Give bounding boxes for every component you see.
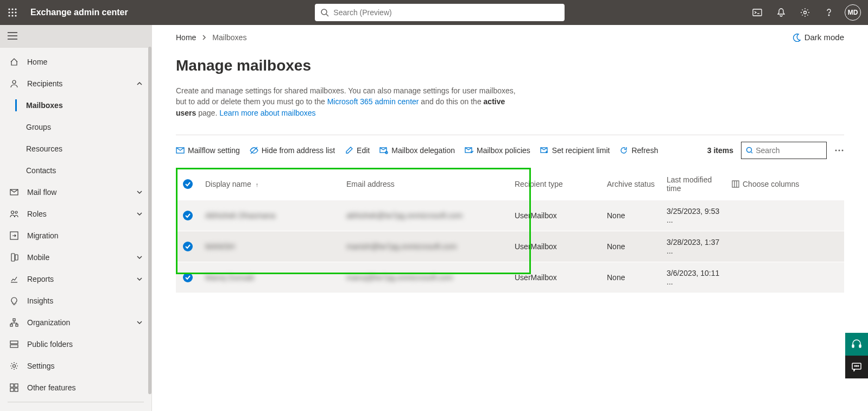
table-row[interactable]: Abhishek Dhasmana abhishek@tw7pg.onmicro… bbox=[176, 200, 844, 231]
sidebar-scrollbar[interactable] bbox=[148, 25, 151, 411]
cmd-more-button[interactable] bbox=[834, 146, 844, 155]
breadcrumb-current: Mailboxes bbox=[212, 33, 246, 42]
notifications-button[interactable] bbox=[770, 0, 792, 25]
topbar-left: Exchange admin center bbox=[0, 0, 134, 25]
chevron-down-icon bbox=[136, 319, 143, 326]
sidebar-item-public-folders[interactable]: Public folders bbox=[0, 333, 151, 355]
sidebar-item-recipients[interactable]: Recipients bbox=[0, 73, 151, 94]
check-icon[interactable] bbox=[183, 242, 193, 251]
col-email[interactable]: Email address bbox=[341, 168, 509, 200]
cmd-set-recipient-limit[interactable]: Set recipient limit bbox=[540, 146, 610, 155]
feedback-icon bbox=[851, 362, 862, 372]
nav-toggle-button[interactable] bbox=[8, 32, 17, 41]
sidebar-item-organization[interactable]: Organization bbox=[0, 312, 151, 333]
svg-rect-52 bbox=[852, 345, 854, 347]
check-icon[interactable] bbox=[183, 273, 193, 282]
sidebar-item-insights[interactable]: Insights bbox=[0, 290, 151, 312]
cmd-label: Hide from address list bbox=[262, 146, 335, 155]
table-header-row: Display name ↑ Email address Recipient t… bbox=[176, 168, 844, 200]
table-row[interactable]: MANISH manish@tw7pg.onmicrosoft.com User… bbox=[176, 231, 844, 262]
dark-mode-toggle[interactable]: Dark mode bbox=[793, 33, 844, 42]
settings-button[interactable] bbox=[794, 0, 816, 25]
sidebar-item-migration[interactable]: Migration bbox=[0, 225, 151, 246]
sidebar-item-roles[interactable]: Roles bbox=[0, 203, 151, 225]
cell-recipient-type: UserMailbox bbox=[515, 211, 557, 220]
console-button[interactable] bbox=[746, 0, 768, 25]
cmd-mailbox-policies[interactable]: Mailbox policies bbox=[465, 146, 530, 155]
col-recipient-type[interactable]: Recipient type bbox=[509, 168, 601, 200]
breadcrumb-home[interactable]: Home bbox=[176, 33, 196, 42]
link-m365-admin[interactable]: Microsoft 365 admin center bbox=[327, 97, 419, 106]
feedback-tab[interactable] bbox=[845, 356, 868, 378]
cmd-edit[interactable]: Edit bbox=[345, 146, 370, 155]
hide-icon bbox=[250, 146, 258, 155]
check-icon[interactable] bbox=[183, 211, 193, 220]
sidebar-item-label: Settings bbox=[27, 362, 143, 370]
col-display-name[interactable]: Display name ↑ bbox=[200, 168, 341, 200]
sidebar-item-home[interactable]: Home bbox=[0, 51, 151, 73]
cell-email: manish@tw7pg.onmicrosoft.com bbox=[346, 242, 457, 251]
cmd-label: Edit bbox=[357, 146, 370, 155]
sidebar-item-settings[interactable]: Settings bbox=[0, 355, 151, 377]
intro-text-2: and do this on the bbox=[419, 97, 483, 106]
cell-archive: None bbox=[607, 242, 625, 251]
sidebar-item-groups[interactable]: Groups bbox=[26, 116, 151, 138]
svg-rect-49 bbox=[732, 181, 739, 187]
sidebar-item-label: Mobile bbox=[27, 253, 129, 262]
dark-mode-label: Dark mode bbox=[804, 33, 844, 42]
sidebar-item-label: Resources bbox=[26, 144, 143, 153]
sidebar-item-label: Other features bbox=[27, 383, 143, 392]
cell-modified: 3/28/2023, 1:37 ... bbox=[667, 238, 719, 255]
col-archive-status[interactable]: Archive status bbox=[601, 168, 661, 200]
sidebar-item-mailboxes[interactable]: Mailboxes bbox=[26, 94, 151, 116]
svg-point-20 bbox=[11, 211, 14, 214]
table-row[interactable]: Manoj Dunsab manoj@tw7pg.onmicrosoft.com… bbox=[176, 262, 844, 293]
item-count: 3 items bbox=[707, 146, 733, 155]
cmd-mailflow-setting[interactable]: Mailflow setting bbox=[176, 146, 240, 155]
search-icon bbox=[320, 8, 329, 17]
sidebar-item-reports[interactable]: Reports bbox=[0, 268, 151, 290]
sidebar-item-mobile[interactable]: Mobile bbox=[0, 246, 151, 268]
app-launcher-button[interactable] bbox=[0, 0, 25, 25]
select-all-header[interactable] bbox=[176, 168, 200, 200]
sidebar-item-label: Home bbox=[27, 58, 143, 66]
help-button[interactable] bbox=[818, 0, 840, 25]
svg-rect-24 bbox=[15, 255, 18, 260]
sidebar-item-label: Public folders bbox=[27, 340, 143, 349]
col-choose-columns[interactable]: Choose columns bbox=[726, 168, 844, 200]
grid-search-box[interactable] bbox=[741, 142, 827, 159]
cmd-mailbox-delegation[interactable]: Mailbox delegation bbox=[379, 146, 455, 155]
breadcrumb: Home Mailboxes bbox=[176, 33, 246, 42]
hamburger-row bbox=[0, 25, 151, 48]
cmd-hide-from-address-list[interactable]: Hide from address list bbox=[250, 146, 335, 155]
sidebar-item-contacts[interactable]: Contacts bbox=[26, 160, 151, 181]
col-label: Last modified time bbox=[667, 175, 712, 193]
chevron-down-icon bbox=[136, 276, 143, 282]
gear-icon bbox=[10, 362, 18, 370]
account-button[interactable]: MD bbox=[842, 0, 864, 25]
topbar-right: MD bbox=[746, 0, 868, 25]
chevron-up-icon bbox=[136, 80, 143, 87]
sidebar-item-classic-eac[interactable]: Classic Exchange admin center bbox=[0, 406, 151, 411]
svg-point-18 bbox=[12, 80, 16, 84]
mailboxes-table: Display name ↑ Email address Recipient t… bbox=[176, 168, 844, 293]
delegation-icon bbox=[379, 146, 388, 155]
headset-tab[interactable] bbox=[845, 333, 868, 356]
cmd-refresh[interactable]: Refresh bbox=[619, 146, 658, 155]
svg-rect-30 bbox=[10, 345, 18, 347]
sidebar-item-resources[interactable]: Resources bbox=[26, 138, 151, 160]
svg-rect-33 bbox=[15, 384, 18, 387]
link-learn-more[interactable]: Learn more about mailboxes bbox=[219, 109, 315, 117]
col-last-modified[interactable]: Last modified time bbox=[661, 168, 726, 200]
sidebar-item-mailflow[interactable]: Mail flow bbox=[0, 181, 151, 203]
svg-point-3 bbox=[8, 11, 10, 13]
grid-search-input[interactable] bbox=[756, 146, 822, 155]
table-wrap: Display name ↑ Email address Recipient t… bbox=[176, 168, 844, 293]
sidebar-item-other-features[interactable]: Other features bbox=[0, 377, 151, 399]
mailflow-icon bbox=[176, 146, 185, 155]
global-search-input[interactable] bbox=[333, 8, 559, 17]
cell-recipient-type: UserMailbox bbox=[515, 273, 557, 282]
sidebar-item-label: Contacts bbox=[26, 166, 143, 175]
global-search-box[interactable] bbox=[315, 4, 565, 21]
sidebar-item-label: Roles bbox=[27, 210, 129, 218]
